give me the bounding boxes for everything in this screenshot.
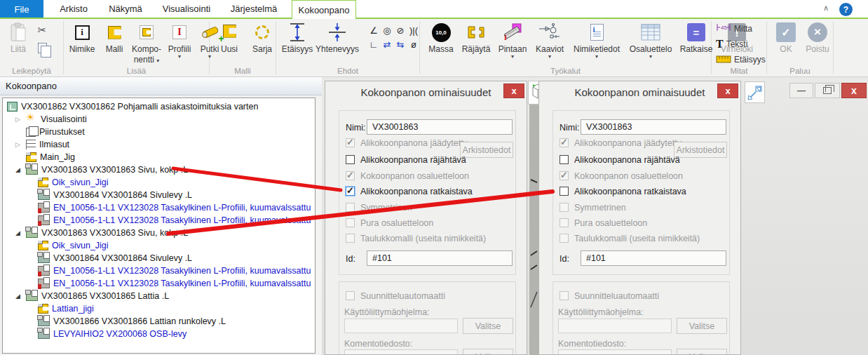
tree-item-vx3001865[interactable]: VX3001865 VX3001865 Lattia .L [3,290,315,302]
tree-item[interactable]: EN_10056-1-L1 VX123028 Tasakylkinen L-Pr… [3,214,315,227]
tree-item[interactable]: VX3001866 VX3001866 Lattian runkolevy .L [3,315,315,328]
tab-nakyma[interactable]: Näkymä [104,0,147,18]
kaaviot-button[interactable]: Kaaviot ▾ [533,21,567,59]
tree-item[interactable]: Visualisointi [3,113,315,126]
fix-constraint-icon[interactable]: ø [407,38,420,51]
id-input[interactable]: #101 [581,250,726,266]
window-close-button[interactable]: x [841,83,867,98]
ui-program-input[interactable] [558,319,672,333]
checkbox-suunnitteluautomaatti[interactable] [560,291,569,300]
tree-scrollbar[interactable] [316,98,322,354]
tab-arkisto[interactable]: Arkisto [52,0,95,18]
restore-button[interactable] [815,83,840,98]
profiili-button[interactable]: I Profiili ▾ [166,21,193,59]
uusi-button[interactable]: + Uusi [217,21,242,54]
sarja-button[interactable]: Sarja [249,21,276,54]
checkbox-pura[interactable] [560,218,569,227]
expander-collapsed-icon[interactable] [15,141,26,148]
poistu-button[interactable]: × Poistu [803,21,832,54]
checkbox-taulukkomalli[interactable] [560,234,569,243]
cut-icon[interactable]: ✂ [38,24,47,36]
mitta-button[interactable]: 45 Mitta [716,21,752,36]
id-input[interactable]: #101 [367,250,513,266]
equal-distance-constraint-icon[interactable]: ⇆ [394,38,407,51]
osaluettelo-button[interactable]: Osaluettelo ▾ [627,21,674,59]
checkbox-jaadytetty[interactable] [346,138,355,147]
perpendicular-constraint-icon[interactable]: ∟ [367,38,380,51]
close-icon[interactable]: x [717,83,738,98]
checkbox-symmetrinen[interactable] [346,203,355,212]
tree-item[interactable]: Lattian_jigi [3,302,315,315]
close-icon[interactable]: x [503,83,524,98]
concentric-constraint-icon[interactable]: ◎ [381,24,393,37]
tree-item[interactable]: Piirustukset [3,126,315,138]
expander-collapsed-icon[interactable] [15,116,26,123]
etaisyys-mitta-button[interactable]: Etäisyys [716,52,766,67]
valitse-button-2[interactable]: Valitse [463,349,513,355]
checkbox-suunnitteluautomaatti[interactable] [346,291,355,300]
checkbox-pura[interactable] [346,218,355,227]
tangent-constraint-icon[interactable]: ⊘ [394,24,407,37]
checkbox-symmetrinen[interactable] [560,203,569,212]
massa-button[interactable]: 10,0 Massa [426,21,456,54]
tab-kokoonpano[interactable]: Kokoonpano [292,0,356,19]
ok-button[interactable]: ✓ OK [774,21,798,54]
tab-jarjestelma[interactable]: Järjestelmä [226,0,282,18]
teksti-button[interactable]: T Teksti [716,36,747,52]
pintaan-button[interactable]: I Pintaan ▾ [496,21,529,59]
etaisyys-constraint-button[interactable]: Etäisyys [280,21,314,54]
name-input[interactable]: VX3001863 [367,119,513,135]
checkbox-rajahtava[interactable] [560,155,569,164]
tab-visualisointi[interactable]: Visualisointi [156,0,217,18]
copy-icon[interactable] [38,43,47,53]
collapse-ribbon-icon[interactable]: ∧ [820,4,832,13]
tree-item[interactable]: Oik_sivun_Jigi [3,239,315,252]
checkbox-ratkaistava[interactable] [346,187,355,196]
valitse-button-1[interactable]: Valitse [677,318,727,334]
tree-item-vx3001863-1[interactable]: VX3001863 VX3001863 Sivu, kokp .L [3,163,315,176]
yhtenevyys-constraint-button[interactable]: Yhtenevyys [314,21,360,54]
checkbox-ratkaistava[interactable] [560,187,569,196]
tree-item[interactable]: Ilmiasut [3,138,315,151]
tab-file[interactable]: File [0,0,43,19]
valitse-button-2[interactable]: Valitse [677,349,727,355]
tree-item[interactable]: LEVYAIHIO2 VX200068 OSB-levy [3,328,315,340]
expander-expanded-icon[interactable] [15,229,26,236]
nimike-button[interactable]: i Nimike [67,21,97,54]
name-input[interactable]: VX3001863 [581,119,726,135]
checkbox-rajahtava[interactable] [346,155,355,164]
minimize-button[interactable]: — [789,83,813,98]
symmetry-constraint-icon[interactable]: )|( [407,24,420,37]
tree-item[interactable]: EN_10056-1-L1 VX123028 Tasakylkinen L-Pr… [3,264,315,277]
tree-item[interactable]: Main_Jig [3,151,315,163]
fit-view-button[interactable] [745,81,765,103]
expander-expanded-icon[interactable] [15,166,26,173]
angle-constraint-icon[interactable]: ∠ [367,24,380,37]
checkbox-osaluetteloon[interactable] [346,171,355,180]
tree-item[interactable]: EN_10056-1-L1 VX123028 Tasakylkinen L-Pr… [3,201,315,214]
komponentti-button[interactable]: Kompo- nentti ▾ [131,21,162,65]
expander-expanded-icon[interactable] [15,293,26,300]
checkbox-osaluetteloon[interactable] [560,171,569,180]
rajayta-button[interactable]: Räjäytä [460,21,492,54]
tree-item[interactable]: EN_10056-1-L1 VX123028 Tasakylkinen L-Pr… [3,277,315,290]
ui-program-input[interactable] [344,319,458,333]
valitse-button-1[interactable]: Valitse [463,318,513,334]
checkbox-jaadytetty[interactable] [560,138,569,147]
nimiketiedot-button[interactable]: Nimiketiedot ▾ [570,21,623,59]
command-file-input[interactable] [558,349,672,355]
arkistotiedot-button[interactable]: Arkistotiedot [460,142,513,158]
help-icon[interactable]: ? [839,3,853,16]
tree-item-root[interactable]: VX3001862 VX3001862 Pohjamalli asiakasto… [3,100,315,113]
tree-item-vx3001863-2[interactable]: VX3001863 VX3001863 Sivu, kokp .L [3,227,315,239]
arkistotiedot-button[interactable]: Arkistotiedot [674,142,727,158]
tree-item[interactable]: VX3001864 VX3001864 Sivulevy .L [3,252,315,264]
parallel-constraint-icon[interactable]: ⇄ [381,38,393,51]
malli-button[interactable]: Malli [102,21,127,54]
checkbox-taulukkomalli[interactable] [346,234,355,243]
tree-item[interactable]: Oik_sivun_Jigi [3,176,315,189]
ratkaise-button[interactable]: = Ratkaise [678,21,714,54]
command-file-input[interactable] [344,349,458,355]
tree-item[interactable]: VX3001864 VX3001864 Sivulevy .L [3,189,315,201]
paste-button[interactable]: Liitä [4,21,32,54]
